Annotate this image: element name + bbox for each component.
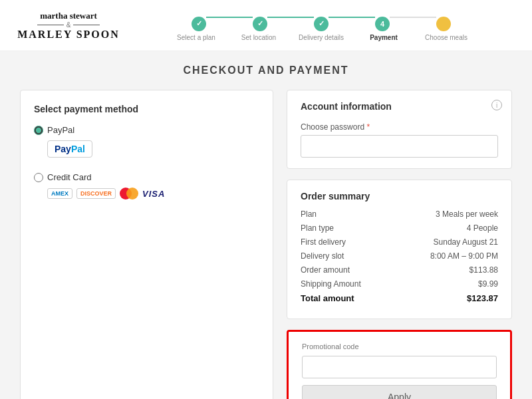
order-value-plan: 3 Meals per week: [436, 209, 498, 219]
account-section-title: Account information: [301, 101, 498, 112]
password-label: Choose password *: [301, 122, 498, 132]
paypal-badge: PayPal: [47, 140, 92, 158]
order-row-shipping: Shipping Amount $9.99: [301, 279, 498, 289]
step-2-circle: ✓: [253, 17, 267, 31]
order-label-total: Total amount: [301, 293, 354, 303]
payment-section-title: Select payment method: [34, 104, 259, 114]
order-value-total: $123.87: [467, 293, 498, 303]
right-col: Account information i Choose password * …: [287, 90, 512, 399]
step-1: ✓: [192, 17, 206, 31]
order-value-slot: 8:00 AM – 9:00 PM: [430, 251, 498, 261]
promo-input[interactable]: [302, 356, 497, 378]
step-5: [436, 17, 451, 31]
discover-logo: DISCOVER: [76, 188, 116, 199]
password-input[interactable]: [301, 135, 498, 158]
line-4: [390, 17, 436, 18]
step-4-circle: 4: [375, 17, 390, 31]
promo-label: Promotional code: [302, 342, 497, 350]
credit-card-label: Credit Card: [47, 172, 91, 182]
order-row-plan: Plan 3 Meals per week: [301, 209, 498, 219]
step-5-circle: [436, 17, 451, 31]
paypal-label: PayPal: [47, 125, 74, 135]
page-content: CHECKOUT AND PAYMENT Select payment meth…: [0, 51, 532, 399]
order-row-amount: Order amount $113.88: [301, 265, 498, 275]
payment-method-panel: Select payment method PayPal PayPal Cred…: [20, 90, 273, 399]
card-logos: AMEX DISCOVER VISA: [47, 188, 259, 200]
line-1: [206, 17, 253, 18]
step-5-label: Choose meals: [415, 34, 477, 41]
logo-martha: martha stewart: [13, 11, 124, 21]
order-label-delivery: First delivery: [301, 237, 346, 247]
page-title: CHECKOUT AND PAYMENT: [20, 65, 512, 76]
two-col-layout: Select payment method PayPal PayPal Cred…: [20, 90, 512, 399]
info-icon[interactable]: i: [491, 100, 502, 110]
order-summary-title: Order summary: [301, 191, 498, 201]
logo-divider: &: [13, 21, 124, 29]
order-row-total: Total amount $123.87: [301, 293, 498, 303]
progress-bar: ✓ ✓ ✓ 4 Select a plan Set: [124, 10, 519, 41]
step-3-circle: ✓: [314, 17, 329, 31]
order-label-plan: Plan: [301, 209, 317, 219]
order-label-type: Plan type: [301, 223, 334, 233]
order-value-delivery: Sunday August 21: [434, 237, 498, 247]
order-row-delivery: First delivery Sunday August 21: [301, 237, 498, 247]
account-panel: Account information i Choose password *: [287, 90, 512, 169]
order-row-slot: Delivery slot 8:00 AM – 9:00 PM: [301, 251, 498, 261]
logo: martha stewart & MARLEY SPOON: [13, 11, 124, 41]
step-4: 4: [375, 17, 390, 31]
credit-card-radio-row[interactable]: Credit Card: [34, 172, 259, 182]
order-label-slot: Delivery slot: [301, 251, 344, 261]
credit-card-section: Credit Card AMEX DISCOVER VISA: [34, 172, 259, 200]
paypal-pay: Pay: [55, 144, 71, 154]
paypal-radio-row[interactable]: PayPal: [34, 125, 259, 135]
apply-button[interactable]: Apply: [302, 385, 497, 399]
mastercard-logo: [120, 188, 138, 200]
promo-panel: Promotional code Apply: [287, 330, 512, 399]
step-3-label: Delivery details: [290, 34, 352, 41]
logo-marley: MARLEY SPOON: [13, 29, 124, 41]
step-2-label: Set location: [227, 34, 290, 41]
step-1-circle: ✓: [192, 17, 206, 31]
steps-row: ✓ ✓ ✓ 4: [192, 17, 451, 31]
order-row-type: Plan type 4 People: [301, 223, 498, 233]
step-3: ✓: [314, 17, 329, 31]
step-1-label: Select a plan: [165, 34, 227, 41]
credit-card-radio[interactable]: [34, 173, 43, 182]
order-label-amount: Order amount: [301, 265, 350, 275]
order-value-shipping: $9.99: [478, 279, 498, 289]
line-2: [267, 17, 314, 18]
visa-logo: VISA: [142, 189, 165, 199]
paypal-pal: Pal: [71, 144, 85, 154]
steps-labels: Select a plan Set location Delivery deta…: [165, 34, 477, 41]
mc-right: [126, 188, 138, 200]
header: martha stewart & MARLEY SPOON ✓ ✓ ✓: [0, 0, 532, 51]
line-3: [329, 17, 375, 18]
step-4-label: Payment: [352, 34, 415, 41]
order-label-shipping: Shipping Amount: [301, 279, 361, 289]
step-2: ✓: [253, 17, 267, 31]
order-summary-panel: Order summary Plan 3 Meals per week Plan…: [287, 180, 512, 319]
required-marker: *: [366, 122, 370, 132]
order-value-type: 4 People: [467, 223, 498, 233]
order-value-amount: $113.88: [469, 265, 498, 275]
amex-logo: AMEX: [47, 188, 72, 199]
paypal-radio[interactable]: [34, 126, 43, 135]
